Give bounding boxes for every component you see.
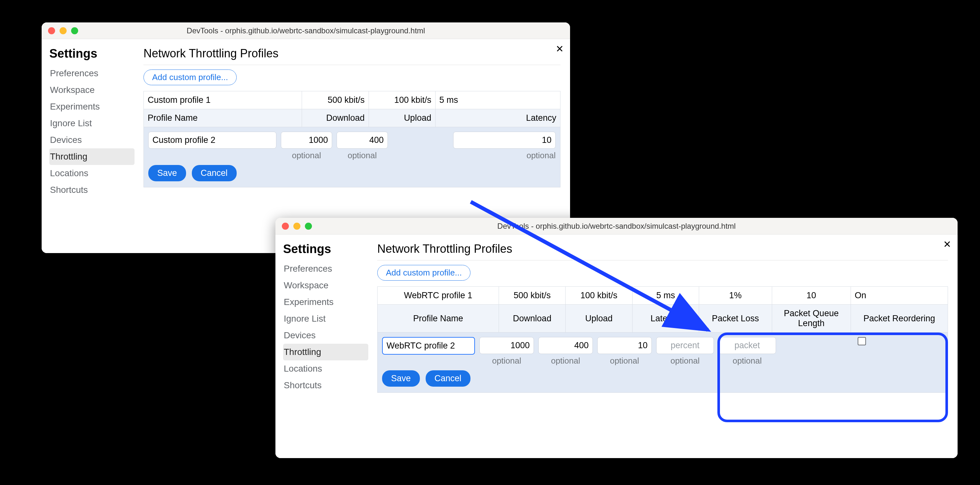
sidebar-heading: Settings — [283, 242, 368, 256]
sidebar-item-preferences[interactable]: Preferences — [49, 65, 135, 82]
optional-label: optional — [670, 356, 700, 366]
page-title: Network Throttling Profiles — [143, 47, 560, 60]
sidebar-item-experiments[interactable]: Experiments — [283, 294, 368, 310]
latency-input[interactable]: 10 — [453, 132, 556, 149]
cell-latency: 5 ms — [632, 287, 699, 305]
col-download: Download — [499, 305, 565, 332]
download-input[interactable]: 1000 — [281, 132, 332, 149]
col-profile-name: Profile Name — [378, 305, 499, 332]
download-input[interactable]: 1000 — [479, 337, 534, 354]
optional-label: optional — [732, 356, 762, 366]
edit-profile-section: Custom profile 2 1000 optional 400 optio… — [143, 127, 560, 188]
traffic-lights — [48, 27, 78, 34]
sidebar-heading: Settings — [49, 47, 135, 60]
optional-label: optional — [551, 356, 580, 366]
col-upload: Upload — [369, 109, 435, 127]
table-row[interactable]: WebRTC profile 1 500 kbit/s 100 kbit/s 5… — [378, 287, 948, 305]
page-title: Network Throttling Profiles — [377, 242, 948, 256]
close-window-icon[interactable] — [282, 223, 289, 230]
profile-name-input[interactable]: WebRTC profile 2 — [382, 337, 475, 355]
col-download: Download — [302, 109, 369, 127]
col-packet-loss: Packet Loss — [699, 305, 772, 332]
divider — [377, 260, 948, 261]
cancel-button[interactable]: Cancel — [192, 165, 237, 181]
maximize-window-icon[interactable] — [71, 27, 78, 34]
sidebar-item-locations[interactable]: Locations — [283, 360, 368, 377]
cell-latency: 5 ms — [435, 91, 560, 109]
edit-profile-section: WebRTC profile 2 1000 optional 400 optio… — [377, 332, 948, 393]
col-upload: Upload — [566, 305, 632, 332]
cell-upload: 100 kbit/s — [566, 287, 632, 305]
cell-profile-name: WebRTC profile 1 — [378, 287, 499, 305]
optional-label: optional — [492, 356, 521, 366]
window-title: DevTools - orphis.github.io/webrtc-sandb… — [497, 222, 736, 231]
profiles-table: WebRTC profile 1 500 kbit/s 100 kbit/s 5… — [377, 286, 948, 332]
upload-input[interactable]: 400 — [538, 337, 593, 354]
sidebar-item-devices[interactable]: Devices — [283, 327, 368, 344]
optional-label: optional — [347, 151, 377, 161]
titlebar: DevTools - orphis.github.io/webrtc-sandb… — [275, 218, 958, 234]
cancel-button[interactable]: Cancel — [426, 371, 471, 386]
cell-packet-reorder: On — [851, 287, 948, 305]
sidebar-item-locations[interactable]: Locations — [49, 165, 135, 181]
table-row[interactable]: Custom profile 1 500 kbit/s 100 kbit/s 5… — [144, 91, 560, 109]
col-latency: Latency — [435, 109, 560, 127]
close-icon[interactable]: ✕ — [556, 44, 564, 54]
minimize-window-icon[interactable] — [293, 223, 301, 230]
cell-profile-name: Custom profile 1 — [144, 91, 302, 109]
settings-sidebar: Settings Preferences Workspace Experimen… — [275, 234, 368, 458]
packet-queue-input[interactable]: packet — [718, 337, 776, 354]
cell-download: 500 kbit/s — [302, 91, 369, 109]
col-latency: Latency — [632, 305, 699, 332]
sidebar-item-workspace[interactable]: Workspace — [283, 277, 368, 294]
save-button[interactable]: Save — [148, 165, 186, 181]
close-icon[interactable]: ✕ — [943, 240, 951, 249]
sidebar-item-throttling[interactable]: Throttling — [49, 148, 135, 165]
devtools-window-new: DevTools - orphis.github.io/webrtc-sandb… — [275, 218, 958, 458]
packet-reorder-checkbox[interactable] — [858, 337, 866, 345]
sidebar-item-workspace[interactable]: Workspace — [49, 82, 135, 99]
packet-loss-input[interactable]: percent — [656, 337, 714, 354]
close-window-icon[interactable] — [48, 27, 55, 34]
save-button[interactable]: Save — [382, 371, 420, 386]
sidebar-item-experiments[interactable]: Experiments — [49, 99, 135, 115]
optional-label: optional — [292, 151, 321, 161]
main-panel: Network Throttling Profiles Add custom p… — [368, 234, 958, 458]
maximize-window-icon[interactable] — [305, 223, 312, 230]
divider — [143, 65, 560, 65]
col-profile-name: Profile Name — [144, 109, 302, 127]
add-custom-profile-button[interactable]: Add custom profile... — [143, 70, 237, 85]
col-packet-reorder: Packet Reordering — [851, 305, 948, 332]
profiles-table: Custom profile 1 500 kbit/s 100 kbit/s 5… — [143, 91, 560, 127]
optional-label: optional — [527, 151, 556, 161]
profile-name-input[interactable]: Custom profile 2 — [148, 132, 276, 149]
optional-label: optional — [610, 356, 639, 366]
sidebar-item-shortcuts[interactable]: Shortcuts — [283, 377, 368, 394]
sidebar-item-shortcuts[interactable]: Shortcuts — [49, 181, 135, 198]
sidebar-item-throttling[interactable]: Throttling — [283, 344, 368, 360]
cell-packet-queue: 10 — [772, 287, 851, 305]
cell-download: 500 kbit/s — [499, 287, 565, 305]
col-packet-queue: Packet Queue Length — [772, 305, 851, 332]
add-custom-profile-button[interactable]: Add custom profile... — [377, 265, 471, 281]
sidebar-item-preferences[interactable]: Preferences — [283, 261, 368, 277]
sidebar-item-ignore-list[interactable]: Ignore List — [49, 115, 135, 132]
sidebar-item-ignore-list[interactable]: Ignore List — [283, 310, 368, 327]
settings-sidebar: Settings Preferences Workspace Experimen… — [41, 39, 135, 253]
cell-packet-loss: 1% — [699, 287, 772, 305]
latency-input[interactable]: 10 — [597, 337, 652, 354]
traffic-lights — [282, 223, 312, 230]
window-title: DevTools - orphis.github.io/webrtc-sandb… — [187, 26, 425, 35]
titlebar: DevTools - orphis.github.io/webrtc-sandb… — [41, 22, 570, 39]
upload-input[interactable]: 400 — [337, 132, 388, 149]
cell-upload: 100 kbit/s — [369, 91, 435, 109]
minimize-window-icon[interactable] — [60, 27, 67, 34]
sidebar-item-devices[interactable]: Devices — [49, 132, 135, 148]
